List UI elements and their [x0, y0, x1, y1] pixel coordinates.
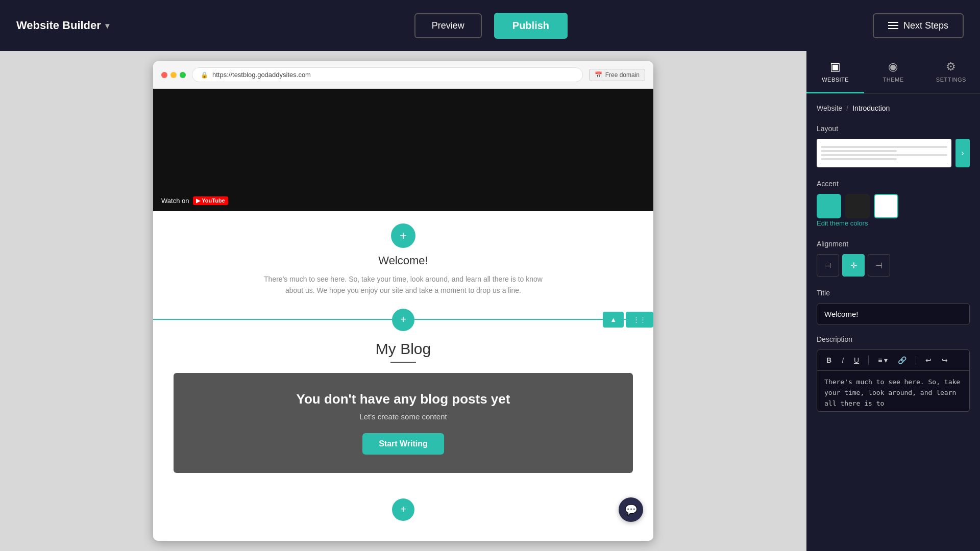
align-toolbar-button[interactable]: ≡ ▾ — [875, 354, 891, 366]
alignment-label: Alignment — [817, 240, 970, 248]
canvas-area: 🔒 https://testblog.godaddysites.com 📅 Fr… — [0, 51, 806, 551]
brand[interactable]: Website Builder ▾ — [16, 19, 109, 32]
layout-label: Layout — [817, 124, 970, 133]
accent-section: Accent Edit theme colors — [817, 180, 970, 228]
chat-fab[interactable]: 💬 — [619, 497, 643, 522]
align-right-button[interactable]: ⊣ — [868, 254, 890, 277]
youtube-section: Watch on ▶ YouTube — [153, 89, 653, 211]
dot-green[interactable] — [180, 72, 186, 78]
toolbar-divider-2 — [916, 356, 916, 365]
layout-section: Layout › — [817, 124, 970, 167]
title-label: Title — [817, 289, 970, 297]
tab-theme[interactable]: ◉ THEME — [864, 51, 922, 93]
settings-tab-label: SETTINGS — [936, 77, 966, 83]
publish-button[interactable]: Publish — [494, 13, 568, 39]
underline-button[interactable]: U — [851, 354, 862, 366]
browser-url-bar[interactable]: 🔒 https://testblog.godaddysites.com — [192, 67, 583, 82]
welcome-title: Welcome! — [174, 254, 633, 267]
breadcrumb-parent[interactable]: Website — [817, 104, 842, 112]
blog-title-underline — [390, 362, 416, 363]
watch-on-youtube: Watch on ▶ YouTube — [161, 196, 228, 205]
description-section: Description B I U ≡ ▾ 🔗 ↩ ↪ — [817, 335, 970, 414]
section-action-btn-1[interactable]: ▲ — [603, 312, 624, 328]
accent-teal[interactable] — [817, 194, 841, 218]
accent-white[interactable] — [874, 194, 898, 218]
title-section: Title — [817, 289, 970, 325]
alignment-row: ⫤ ✛ ⊣ — [817, 254, 970, 277]
start-writing-button[interactable]: Start Writing — [362, 433, 444, 455]
preview-button[interactable]: Preview — [414, 13, 482, 38]
layout-next-button[interactable]: › — [955, 139, 970, 167]
browser-url: https://testblog.godaddysites.com — [212, 71, 311, 79]
add-between-button[interactable]: + — [392, 309, 414, 331]
brand-chevron-icon: ▾ — [105, 21, 109, 31]
layout-lines — [817, 142, 951, 164]
welcome-desc: There's much to see here. So, take your … — [260, 273, 546, 296]
title-input[interactable] — [817, 303, 970, 325]
alignment-section: Alignment ⫤ ✛ ⊣ — [817, 240, 970, 277]
description-toolbar: B I U ≡ ▾ 🔗 ↩ ↪ — [817, 349, 970, 371]
dot-red[interactable] — [161, 72, 167, 78]
layout-row: › — [817, 139, 970, 167]
topbar: Website Builder ▾ Preview Publish Next S… — [0, 0, 980, 51]
blog-section: My Blog You don't have any blog posts ye… — [153, 320, 653, 493]
section-divider: + ▲ ⋮⋮ — [153, 319, 653, 320]
align-center-button[interactable]: ✛ — [842, 254, 865, 277]
breadcrumb: Website / Introduction — [817, 104, 970, 112]
add-section-button[interactable]: + — [391, 223, 415, 248]
add-bottom-button[interactable]: + — [392, 498, 414, 521]
layout-line-3 — [821, 154, 947, 156]
no-posts-title: You don't have any blog posts yet — [194, 391, 612, 407]
next-steps-label: Next Steps — [903, 20, 948, 31]
brand-name: Website Builder — [16, 19, 101, 32]
layout-line-2 — [821, 150, 897, 152]
section-controls: ▲ ⋮⋮ — [603, 312, 653, 328]
toolbar-divider-1 — [868, 356, 869, 365]
breadcrumb-current: Introduction — [852, 104, 890, 112]
browser-chrome: 🔒 https://testblog.godaddysites.com 📅 Fr… — [153, 61, 653, 89]
no-posts-card: You don't have any blog posts yet Let's … — [174, 373, 633, 473]
theme-tab-label: THEME — [883, 77, 903, 83]
no-posts-sub: Let's create some content — [194, 412, 612, 421]
lock-icon: 🔒 — [201, 71, 208, 79]
browser-dots — [161, 72, 186, 78]
undo-button[interactable]: ↩ — [922, 354, 935, 366]
watch-on-label: Watch on — [161, 197, 189, 205]
welcome-section: + Welcome! There's much to see here. So,… — [153, 211, 653, 319]
free-domain-badge[interactable]: 📅 Free domain — [589, 69, 645, 81]
italic-button[interactable]: I — [839, 354, 847, 366]
panel-content: Website / Introduction Layout — [806, 94, 980, 551]
section-action-btn-2[interactable]: ⋮⋮ — [626, 312, 653, 328]
website-tab-icon: ▣ — [830, 60, 841, 73]
description-label: Description — [817, 335, 970, 343]
redo-button[interactable]: ↪ — [939, 354, 951, 366]
layout-line-1 — [821, 146, 947, 148]
bottom-add-area: + 💬 — [153, 493, 653, 532]
edit-theme-link[interactable]: Edit theme colors — [817, 219, 868, 227]
free-domain-label: Free domain — [605, 71, 640, 79]
main-layout: 🔒 https://testblog.godaddysites.com 📅 Fr… — [0, 51, 980, 551]
theme-tab-icon: ◉ — [888, 60, 898, 73]
blog-title: My Blog — [174, 340, 633, 358]
browser-window: 🔒 https://testblog.godaddysites.com 📅 Fr… — [153, 61, 653, 541]
right-panel: ▣ WEBSITE ◉ THEME ⚙ SETTINGS Website / I… — [806, 51, 980, 551]
settings-tab-icon: ⚙ — [946, 60, 957, 73]
accent-row — [817, 194, 970, 218]
link-button[interactable]: 🔗 — [895, 354, 910, 366]
panel-tabs: ▣ WEBSITE ◉ THEME ⚙ SETTINGS — [806, 51, 980, 94]
tab-website[interactable]: ▣ WEBSITE — [806, 51, 864, 93]
accent-dark[interactable] — [845, 194, 870, 218]
menu-icon — [888, 22, 898, 29]
calendar-icon: 📅 — [595, 71, 602, 79]
website-tab-label: WEBSITE — [822, 77, 849, 83]
breadcrumb-separator: / — [846, 104, 848, 112]
accent-label: Accent — [817, 180, 970, 188]
description-textarea[interactable] — [817, 371, 970, 412]
next-steps-button[interactable]: Next Steps — [873, 13, 964, 38]
tab-settings[interactable]: ⚙ SETTINGS — [922, 51, 980, 93]
layout-line-4 — [821, 158, 897, 160]
dot-yellow[interactable] — [170, 72, 177, 78]
align-left-button[interactable]: ⫤ — [817, 254, 839, 277]
bold-button[interactable]: B — [823, 354, 835, 366]
youtube-logo: ▶ YouTube — [193, 196, 228, 205]
